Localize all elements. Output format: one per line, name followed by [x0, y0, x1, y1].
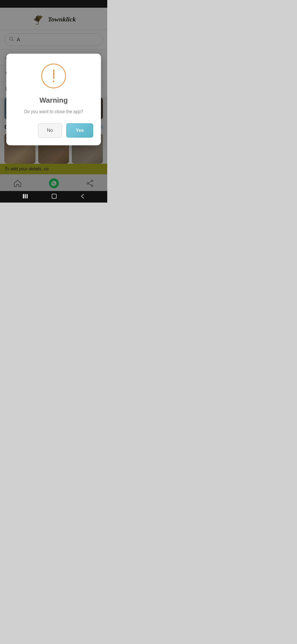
- sys-back-icon[interactable]: [80, 193, 85, 200]
- system-nav-bar: [0, 191, 107, 203]
- sys-home-icon[interactable]: [51, 193, 57, 200]
- no-button[interactable]: No: [38, 123, 62, 138]
- svg-rect-9: [27, 194, 28, 198]
- yes-button[interactable]: Yes: [66, 123, 93, 138]
- sys-menu-icon[interactable]: [23, 194, 28, 200]
- modal-buttons: No Yes: [14, 123, 93, 138]
- app-background: Townklick A AC Service Car Mechanic Bike…: [0, 8, 107, 191]
- warning-icon-circle: [41, 64, 66, 88]
- overlay-backdrop: Warning Do you want to close the app? No…: [0, 8, 107, 191]
- exclamation-line: [53, 70, 54, 79]
- warning-modal: Warning Do you want to close the app? No…: [6, 54, 101, 145]
- status-bar-top: [0, 0, 107, 8]
- warning-message: Do you want to close the app?: [24, 108, 83, 115]
- warning-title: Warning: [39, 96, 68, 105]
- svg-rect-7: [23, 194, 24, 198]
- exclamation-dot: [53, 81, 54, 82]
- svg-rect-10: [52, 194, 56, 198]
- exclamation-mark: [53, 70, 54, 82]
- svg-rect-8: [25, 194, 26, 198]
